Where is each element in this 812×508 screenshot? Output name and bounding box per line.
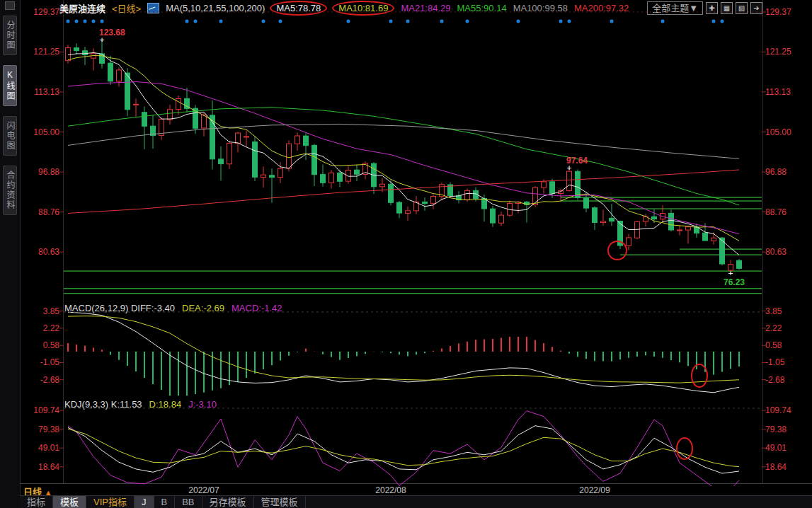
candle-body	[720, 238, 725, 264]
candle-body	[321, 174, 326, 183]
candle-body	[711, 238, 716, 241]
candle-body	[610, 218, 614, 221]
tab-indicator[interactable]: 指标	[20, 496, 53, 508]
signal-dot	[440, 20, 444, 23]
sidebar-item-flash-chart[interactable]: 闪电图	[3, 116, 17, 156]
macd-header-part-2: MACD:-1.42	[231, 303, 282, 313]
candle-body	[287, 144, 292, 168]
signal-dot	[279, 20, 282, 23]
sidebar-item-kline-chart[interactable]: K线图	[3, 65, 17, 106]
kdj-header: KDJ(9,3,3) K:11.53D:18.84J:-3.10	[64, 399, 224, 410]
chart-canvas[interactable]: +123.68+97.64+76.23	[0, 0, 812, 508]
candle-body	[686, 227, 691, 230]
kdj-j-line	[68, 411, 739, 490]
candle-body	[499, 215, 504, 223]
tab-manage-template[interactable]: 管理模板	[254, 496, 306, 508]
candle-body	[728, 265, 733, 270]
axis-label: 113.13	[21, 87, 59, 97]
macd-panel	[68, 312, 739, 396]
candle-body	[567, 171, 572, 190]
region-stats-icon[interactable]: ▦	[721, 2, 733, 14]
candle-body	[295, 136, 300, 144]
candle-body	[584, 198, 589, 208]
x-axis-month-label: 2022/07	[179, 485, 229, 495]
left-sidebar: 分时图K线图闪电图合约资料	[0, 0, 21, 508]
ma-legend-value-4: MA100:99.58	[513, 3, 568, 13]
axis-label: 88.76	[21, 207, 59, 217]
candle-body	[253, 142, 258, 177]
candle-body	[380, 184, 385, 187]
tab-j[interactable]: J	[135, 496, 154, 508]
candle-body	[74, 48, 79, 51]
axis-label: 49.01	[21, 443, 59, 453]
tab-bb[interactable]: BB	[175, 496, 202, 508]
sidebar-item-time-chart[interactable]: 分时图	[3, 16, 17, 55]
axis-label: 96.88	[765, 167, 809, 177]
axis-label: 109.74	[21, 405, 59, 415]
kdj-k-line	[68, 426, 739, 473]
candle-body	[406, 211, 411, 214]
tab-b[interactable]: B	[154, 496, 176, 508]
axis-label: 88.76	[765, 207, 809, 217]
candle-body	[508, 203, 513, 215]
crosshair-icon[interactable]: ✚	[706, 2, 718, 14]
candle-body	[397, 202, 402, 213]
candle-body	[542, 182, 547, 187]
signal-dot	[721, 20, 724, 23]
candle-body	[355, 170, 360, 174]
signal-dot	[185, 20, 189, 23]
bottom-tab-bar: 指标模板VIP指标JBBB另存模板管理模板	[20, 495, 812, 508]
candle-body	[108, 63, 113, 81]
candle-body	[312, 145, 317, 174]
candle-body	[661, 214, 665, 219]
candle-body	[185, 98, 190, 108]
kline-style-icon[interactable]	[147, 3, 159, 13]
candle-body	[372, 163, 377, 187]
candle-body	[593, 208, 597, 223]
axis-label: 121.25	[765, 47, 809, 57]
ma-legend-value-1: MA10:81.69	[332, 1, 394, 16]
ma-legend-value-5: MA200:97.32	[574, 3, 629, 13]
exit-icon[interactable]: ➔	[750, 2, 762, 14]
signal-dot	[101, 20, 104, 23]
tab-vip-indicator[interactable]: VIP指标	[86, 496, 135, 508]
candle-body	[423, 202, 428, 203]
macd-header: MACD(26,12,9) DIFF:-3.40DEA:-2.69MACD:-1…	[64, 303, 290, 313]
candle-body	[669, 213, 674, 230]
axis-label: 80.63	[765, 247, 809, 257]
signal-dot	[517, 20, 520, 23]
signal-dot	[406, 20, 410, 23]
signal-dot	[466, 20, 469, 23]
candle-body	[635, 221, 640, 238]
chart-tools-icon[interactable]: ▧	[736, 2, 748, 14]
axis-label: 2.22	[21, 323, 59, 333]
kdj-panel	[68, 411, 739, 490]
tab-save-template[interactable]: 另存模板	[202, 496, 254, 508]
axis-label: 3.85	[765, 306, 809, 316]
ma-group-label: MA(5,10,21,55,100,200)	[166, 3, 265, 13]
candle-body	[644, 217, 648, 221]
axis-label: 109.74	[765, 405, 809, 415]
candle-body	[329, 173, 334, 183]
candle-body	[83, 51, 88, 55]
sidebar-item-contract-info[interactable]: 合约资料	[3, 166, 17, 215]
candle-body	[176, 99, 181, 110]
extreme-cross-marker: +	[728, 269, 733, 278]
axis-label: 96.88	[21, 167, 59, 177]
candle-body	[117, 70, 122, 81]
axis-label: -2.68	[21, 375, 59, 385]
x-axis-month-label: 2022/09	[570, 485, 619, 495]
candle-body	[346, 170, 351, 181]
candle-body	[525, 202, 530, 204]
ma-legend-value-2: MA21:84.29	[401, 3, 450, 13]
candle-body	[703, 233, 708, 241]
theme-dropdown-button[interactable]: 全部主题▼	[647, 1, 703, 15]
axis-label: 0.58	[765, 340, 809, 350]
ma-legend: MA5:78.78MA10:81.69MA21:84.29MA55:90.14M…	[271, 3, 635, 13]
tab-template[interactable]: 模板	[53, 496, 86, 508]
ma21-line	[68, 82, 739, 234]
ma-legend-value-0: MA5:78.78	[270, 1, 327, 16]
axis-label: 113.13	[765, 87, 809, 97]
axis-label: 80.63	[21, 247, 59, 257]
candle-body	[304, 136, 309, 145]
